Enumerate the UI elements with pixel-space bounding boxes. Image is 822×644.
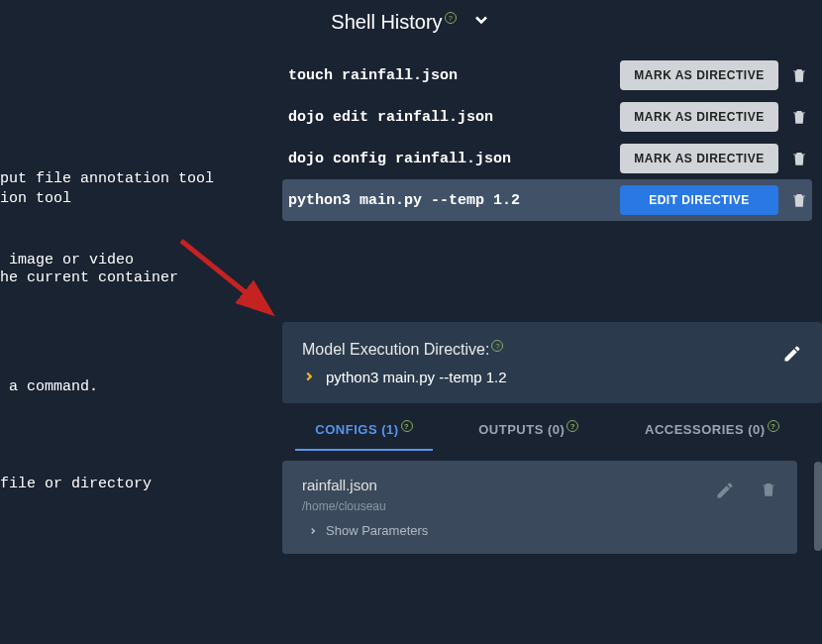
help-icon[interactable]: ? (491, 340, 503, 352)
show-parameters-label: Show Parameters (326, 523, 428, 538)
tab-outputs[interactable]: OUTPUTS (0)? (459, 406, 598, 451)
scrollbar[interactable] (814, 462, 822, 551)
mark-directive-button[interactable]: MARK AS DIRECTIVE (620, 60, 778, 90)
terminal-line: put file annotation tool (0, 168, 214, 189)
help-icon[interactable]: ? (566, 420, 578, 432)
tab-configs[interactable]: CONFIGS (1)? (295, 406, 432, 451)
terminal-line: he current container (0, 268, 178, 288)
trash-icon[interactable] (790, 108, 808, 126)
history-row[interactable]: touch rainfall.json MARK AS DIRECTIVE (282, 54, 812, 96)
terminal-line: ion tool (0, 188, 71, 209)
history-cmd: touch rainfall.json (288, 67, 620, 84)
trash-icon[interactable] (760, 481, 777, 504)
edit-directive-button[interactable]: EDIT DIRECTIVE (620, 185, 778, 215)
history-cmd: dojo edit rainfall.json (288, 109, 620, 126)
config-card: rainfall.json /home/clouseau Show Parame… (282, 461, 797, 554)
svg-line-1 (181, 241, 267, 310)
directive-label-text: Model Execution Directive: (302, 341, 489, 358)
mark-directive-button[interactable]: MARK AS DIRECTIVE (620, 102, 778, 132)
trash-icon[interactable] (790, 150, 808, 167)
directive-cmd-row: python3 main.py --temp 1.2 (302, 369, 802, 385)
directive-cmd: python3 main.py --temp 1.2 (326, 369, 507, 385)
shell-history-list: touch rainfall.json MARK AS DIRECTIVE do… (282, 54, 812, 221)
tab-accessories[interactable]: ACCESSORIES (0)? (625, 406, 799, 451)
tab-label: OUTPUTS (0) (478, 422, 565, 437)
tab-label: ACCESSORIES (0) (645, 422, 766, 437)
history-row[interactable]: python3 main.py --temp 1.2 EDIT DIRECTIV… (282, 179, 812, 221)
tab-label: CONFIGS (1) (315, 422, 398, 437)
terminal-line: a command. (0, 376, 98, 397)
chevron-down-icon[interactable] (471, 10, 491, 34)
trash-icon[interactable] (790, 66, 808, 84)
history-cmd: python3 main.py --temp 1.2 (288, 192, 620, 209)
trash-icon[interactable] (790, 191, 808, 209)
header: Shell History? (0, 0, 822, 44)
edit-icon[interactable] (715, 481, 735, 504)
config-filename: rainfall.json (302, 477, 777, 493)
help-icon[interactable]: ? (768, 420, 779, 432)
directive-label: Model Execution Directive:? (302, 340, 802, 359)
page-title-text: Shell History (331, 11, 442, 33)
help-icon[interactable]: ? (445, 12, 457, 24)
arrow-annotation (173, 233, 292, 336)
mark-directive-button[interactable]: MARK AS DIRECTIVE (620, 144, 778, 173)
config-path: /home/clouseau (302, 499, 777, 513)
show-parameters-toggle[interactable]: Show Parameters (302, 523, 777, 538)
history-row[interactable]: dojo edit rainfall.json MARK AS DIRECTIV… (282, 96, 812, 138)
page-title: Shell History? (331, 11, 456, 34)
chevron-right-icon (308, 526, 318, 536)
terminal-line: file or directory (0, 474, 152, 494)
tabs: CONFIGS (1)? OUTPUTS (0)? ACCESSORIES (0… (282, 406, 812, 452)
history-cmd: dojo config rainfall.json (288, 151, 620, 167)
edit-icon[interactable] (782, 344, 802, 368)
help-icon[interactable]: ? (401, 420, 413, 432)
card-actions (715, 481, 777, 504)
directive-card: Model Execution Directive:? python3 main… (282, 322, 822, 403)
chevron-right-icon (302, 370, 316, 383)
history-row[interactable]: dojo config rainfall.json MARK AS DIRECT… (282, 138, 812, 179)
